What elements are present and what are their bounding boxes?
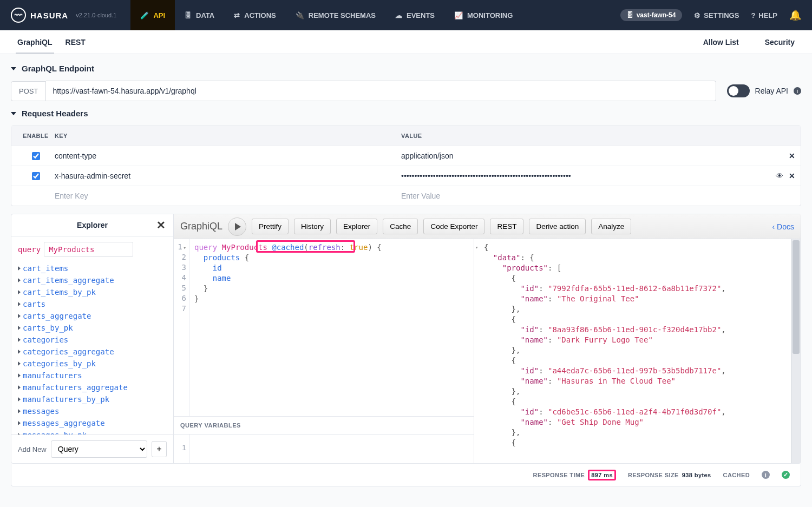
project-selector[interactable]: 🗄vast-fawn-54 xyxy=(620,9,683,21)
tree-item[interactable]: carts_aggregate xyxy=(18,310,167,322)
subtab-allowlist[interactable]: Allow List xyxy=(697,30,745,54)
prettify-button[interactable]: Prettify xyxy=(252,219,289,234)
tree-item[interactable]: messages_aggregate xyxy=(18,417,167,429)
query-keyword: query xyxy=(18,245,41,254)
response-footer: RESPONSE TIME 897 ms RESPONSE SIZE 938 b… xyxy=(11,464,801,486)
header-row-new xyxy=(11,186,801,206)
chevron-left-icon: ‹ xyxy=(772,222,775,231)
cloud-icon: ☁ xyxy=(395,11,402,19)
tree-item[interactable]: messages xyxy=(18,405,167,417)
info-icon[interactable]: i xyxy=(762,471,770,479)
info-icon[interactable]: i xyxy=(794,87,801,95)
query-editor[interactable]: 1▾234567 query MyProducts @cached(refres… xyxy=(174,239,474,416)
help-icon: ? xyxy=(751,11,755,19)
caret-right-icon xyxy=(18,302,21,306)
actions-icon: ⇄ xyxy=(234,11,240,19)
explorer-button[interactable]: Explorer xyxy=(336,219,377,234)
header-key[interactable]: content-type xyxy=(55,152,96,160)
analyze-button[interactable]: Analyze xyxy=(591,219,631,234)
nav-tab-api[interactable]: 🧪API xyxy=(130,0,175,30)
caret-right-icon xyxy=(18,278,21,282)
flask-icon: 🧪 xyxy=(140,11,149,19)
header-key[interactable]: x-hasura-admin-secret xyxy=(55,172,130,180)
subtab-rest[interactable]: REST xyxy=(59,30,92,54)
tree-item[interactable]: categories_by_pk xyxy=(18,358,167,370)
subtab-security[interactable]: Security xyxy=(758,30,801,54)
header-row: content-type application/json ✕ xyxy=(11,146,801,166)
scrollbar[interactable] xyxy=(791,239,801,463)
query-name-input[interactable] xyxy=(44,242,133,257)
code-exporter-button[interactable]: Code Exporter xyxy=(423,219,484,234)
endpoint-url[interactable]: https://vast-fawn-54.hasura.app/v1/graph… xyxy=(46,81,716,101)
add-new-select[interactable]: Query xyxy=(51,440,147,458)
logo[interactable]: 〰 HASURA v2.21.0-cloud.1 xyxy=(11,8,116,23)
nav-tab-data[interactable]: 🗄DATA xyxy=(175,0,224,30)
chart-icon: 📈 xyxy=(454,11,463,19)
sub-tabs: GraphiQL REST Allow List Security xyxy=(0,30,812,54)
headers-section-toggle[interactable]: Request Headers xyxy=(11,109,801,118)
database-icon: 🗄 xyxy=(185,11,192,19)
header-row: x-hasura-admin-secret ••••••••••••••••••… xyxy=(11,166,801,186)
header-value-masked[interactable]: ••••••••••••••••••••••••••••••••••••••••… xyxy=(401,172,571,180)
col-key: KEY xyxy=(55,133,401,139)
response-time-value: 897 ms xyxy=(588,470,616,480)
caret-right-icon xyxy=(18,338,21,342)
tree-item[interactable]: carts_by_pk xyxy=(18,322,167,334)
tree-item[interactable]: messages_by_pk xyxy=(18,429,167,434)
tree-item[interactable]: carts xyxy=(18,298,167,310)
reveal-secret-icon[interactable]: 👁 xyxy=(776,172,783,180)
nav-tab-events[interactable]: ☁EVENTS xyxy=(385,0,444,30)
col-enable: ENABLE xyxy=(17,133,55,139)
caret-right-icon xyxy=(18,373,21,378)
header-value-input[interactable] xyxy=(401,192,765,200)
header-enable-checkbox[interactable] xyxy=(32,152,40,160)
remove-header-icon[interactable]: ✕ xyxy=(789,172,795,180)
header-value[interactable]: application/json xyxy=(401,152,454,160)
plug-icon: 🔌 xyxy=(296,11,304,19)
nav-tab-actions[interactable]: ⇄ACTIONS xyxy=(224,0,286,30)
cache-button[interactable]: Cache xyxy=(383,219,418,234)
caret-right-icon xyxy=(18,361,21,366)
settings-link[interactable]: ⚙SETTINGS xyxy=(694,11,739,19)
header-key-input[interactable] xyxy=(55,192,401,200)
relay-toggle[interactable] xyxy=(727,84,750,97)
result-pane: ▾ { "data": { "products": [ { "id": "799… xyxy=(474,239,801,463)
top-nav: 〰 HASURA v2.21.0-cloud.1 🧪API 🗄DATA ⇄ACT… xyxy=(0,0,812,30)
add-new-button[interactable]: + xyxy=(152,441,167,457)
success-icon: ✓ xyxy=(782,471,790,479)
query-variables-header[interactable]: QUERY VARIABLES xyxy=(174,416,474,434)
gear-icon: ⚙ xyxy=(694,11,700,19)
tree-item[interactable]: categories xyxy=(18,334,167,346)
tree-item[interactable]: categories_aggregate xyxy=(18,346,167,358)
remove-header-icon[interactable]: ✕ xyxy=(789,152,795,160)
close-icon[interactable]: ✕ xyxy=(156,219,166,232)
tree-item[interactable]: cart_items_by_pk xyxy=(18,286,167,298)
tree-item[interactable]: manufacturers_aggregate xyxy=(18,381,167,393)
tree-item[interactable]: cart_items_aggregate xyxy=(18,274,167,286)
history-button[interactable]: History xyxy=(294,219,331,234)
notifications-icon[interactable]: 🔔 xyxy=(789,9,801,21)
endpoint-section-title: GraphQL Endpoint xyxy=(22,64,94,73)
tree-item[interactable]: manufacturers xyxy=(18,370,167,381)
chevron-down-icon xyxy=(11,112,16,115)
response-size-label: RESPONSE SIZE xyxy=(628,472,679,478)
endpoint-section-toggle[interactable]: GraphQL Endpoint xyxy=(11,64,801,73)
help-link[interactable]: ?HELP xyxy=(751,11,777,19)
tree-item[interactable]: manufacturers_by_pk xyxy=(18,393,167,405)
tree-item[interactable]: cart_items xyxy=(18,262,167,274)
run-query-button[interactable] xyxy=(228,218,246,236)
hasura-logo-icon: 〰 xyxy=(11,8,26,23)
nav-tab-monitoring[interactable]: 📈MONITORING xyxy=(444,0,522,30)
col-value: VALUE xyxy=(401,133,795,139)
nav-tab-remote-schemas[interactable]: 🔌REMOTE SCHEMAS xyxy=(286,0,385,30)
derive-action-button[interactable]: Derive action xyxy=(529,219,586,234)
caret-right-icon xyxy=(18,326,21,330)
rest-button[interactable]: REST xyxy=(490,219,523,234)
subtab-graphiql[interactable]: GraphiQL xyxy=(11,30,59,54)
response-size-value: 938 bytes xyxy=(682,472,711,478)
query-variables-editor[interactable]: 1 xyxy=(174,434,474,463)
docs-button[interactable]: ‹Docs xyxy=(772,222,794,231)
caret-right-icon xyxy=(18,266,21,271)
layers-icon: 🗄 xyxy=(627,11,633,19)
header-enable-checkbox[interactable] xyxy=(32,172,40,180)
